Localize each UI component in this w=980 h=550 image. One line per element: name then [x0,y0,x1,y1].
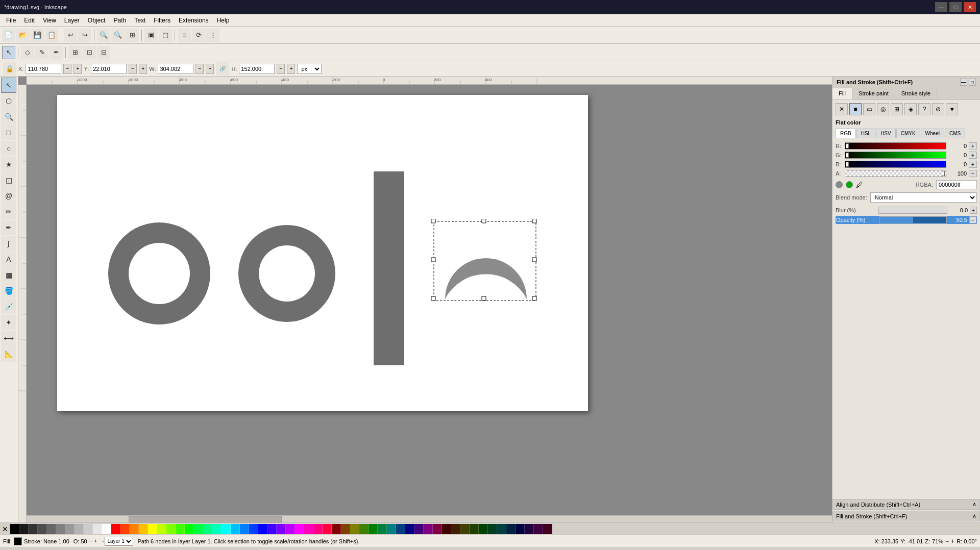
palette-swatch-20[interactable] [194,524,203,534]
blur-plus[interactable]: + [970,207,977,214]
palette-swatch-19[interactable] [185,524,194,534]
a-slider-track[interactable] [845,170,946,177]
menu-edit[interactable]: Edit [20,16,39,25]
menu-text[interactable]: Text [130,16,150,25]
minimize-button[interactable]: — [935,2,947,12]
zoom-fit-button[interactable]: ⊞ [126,29,139,42]
node-edit-tool[interactable]: ⬡ [1,93,16,109]
maximize-button[interactable]: □ [949,2,962,12]
palette-swatch-37[interactable] [350,524,359,534]
color-tab-rgb[interactable]: RGB [836,129,856,138]
x-plus[interactable]: + [74,64,82,74]
node-tool[interactable]: ◇ [21,46,34,59]
b-slider-track[interactable] [845,161,946,168]
opacity-plus-btn[interactable]: + [94,538,97,544]
palette-swatch-1[interactable] [19,524,29,534]
color-tab-wheel[interactable]: Wheel [921,129,944,138]
menu-object[interactable]: Object [84,16,110,25]
palette-swatch-48[interactable] [451,524,460,534]
palette-swatch-23[interactable] [222,524,231,534]
palette-swatch-0[interactable] [10,524,19,534]
palette-swatch-40[interactable] [378,524,387,534]
palette-swatch-52[interactable] [488,524,497,534]
group-button[interactable]: ▣ [144,29,158,42]
lock-icon[interactable]: 🔒 [3,62,16,76]
eyedropper-tool[interactable]: 💉 [1,299,16,314]
b-plus[interactable]: + [969,161,977,168]
fill-unset-btn[interactable]: ⊘ [932,103,944,115]
ungroup-button[interactable]: ▢ [159,29,172,42]
r-plus[interactable]: + [969,142,977,149]
lock-proportions[interactable]: 🔗 [216,62,229,76]
bezier-tool[interactable]: ✎ [35,46,48,59]
palette-swatch-30[interactable] [286,524,295,534]
palette-swatch-6[interactable] [65,524,75,534]
palette-swatch-4[interactable] [47,524,56,534]
select-tool-btn[interactable]: ↖ [1,78,16,93]
star-tool[interactable]: ★ [1,157,16,172]
rgba-input[interactable] [936,180,977,189]
color-tab-cms[interactable]: CMS [945,129,965,138]
eyedropper-icon[interactable]: 🖊 [856,181,863,189]
palette-swatch-29[interactable] [277,524,286,534]
palette-swatch-45[interactable] [424,524,433,534]
connector-tool[interactable]: ⟷ [1,331,16,346]
palette-swatch-54[interactable] [506,524,516,534]
text-tool[interactable]: A [1,252,16,267]
tab-stroke-paint[interactable]: Stroke paint [852,88,895,99]
measure-tool[interactable]: 📐 [1,346,16,362]
palette-swatch-56[interactable] [525,524,534,534]
palette-swatch-9[interactable] [93,524,102,534]
palette-swatch-31[interactable] [295,524,304,534]
menu-extensions[interactable]: Extensions [175,16,213,25]
menu-layer[interactable]: Layer [60,16,84,25]
palette-swatch-46[interactable] [433,524,442,534]
select-tool[interactable]: ↖ [2,46,15,59]
palette-swatch-16[interactable] [157,524,166,534]
palette-swatch-13[interactable] [130,524,139,534]
palette-swatch-7[interactable] [75,524,84,534]
palette-swatch-41[interactable] [387,524,396,534]
palette-swatch-25[interactable] [240,524,249,534]
menu-file[interactable]: File [2,16,20,25]
palette-swatch-58[interactable] [543,524,552,534]
palette-swatch-24[interactable] [231,524,240,534]
h-plus[interactable]: + [287,64,295,74]
palette-swatch-55[interactable] [516,524,525,534]
opacity-minus[interactable]: − [969,216,976,223]
fill-unknown-btn[interactable]: ? [918,103,930,115]
redo-button[interactable]: ↪ [78,29,91,42]
fill-swatch-btn[interactable]: ◈ [904,103,917,115]
menu-view[interactable]: View [39,16,60,25]
fill-flat-btn[interactable]: ■ [849,103,862,115]
menu-path[interactable]: Path [110,16,131,25]
palette-swatch-27[interactable] [258,524,267,534]
fill-linear-btn[interactable]: ▭ [863,103,875,115]
palette-swatch-42[interactable] [396,524,405,534]
palette-swatch-3[interactable] [38,524,47,534]
opacity-minus-btn[interactable]: − [89,538,92,544]
zoom-in-button[interactable]: 🔍 [97,29,110,42]
palette-swatch-35[interactable] [332,524,341,534]
palette-no-color[interactable]: ✕ [0,525,10,533]
prev-color-dot[interactable] [836,181,843,188]
color-tab-hsl[interactable]: HSL [856,129,875,138]
calligraphy-tool[interactable]: ∫ [1,236,16,251]
palette-swatch-34[interactable] [323,524,332,534]
save-as-button[interactable]: 📋 [45,29,58,42]
snap-nodes[interactable]: ⊡ [83,46,96,59]
tab-fill[interactable]: Fill [832,88,852,99]
palette-swatch-38[interactable] [359,524,369,534]
zoom-out-button[interactable]: 🔍 [111,29,125,42]
spray-tool[interactable]: ✦ [1,315,16,330]
palette-swatch-15[interactable] [148,524,157,534]
open-button[interactable]: 📂 [16,29,30,42]
w-plus[interactable]: + [206,64,214,74]
palette-swatch-36[interactable] [341,524,350,534]
pen-tool[interactable]: ✒ [1,220,16,235]
unit-select[interactable]: px mm cm [297,64,322,74]
x-input[interactable] [26,64,61,74]
spiral-tool[interactable]: @ [1,188,16,204]
curr-color-dot[interactable] [846,181,853,188]
palette-swatch-39[interactable] [369,524,378,534]
